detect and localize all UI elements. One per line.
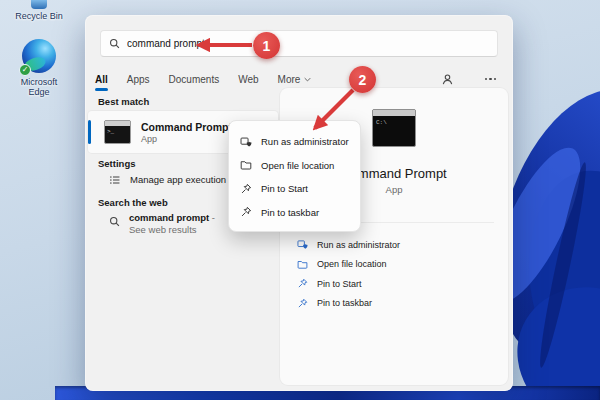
run-as-administrator-icon — [240, 136, 252, 148]
best-match-subtitle: App — [141, 134, 232, 144]
desktop-icon-recycle-bin[interactable]: Recycle Bin — [10, 0, 68, 21]
tab-documents[interactable]: Documents — [168, 70, 221, 89]
search-input[interactable] — [127, 38, 489, 49]
command-prompt-large-icon — [372, 109, 416, 147]
edge-icon: ✓ — [22, 39, 56, 73]
annotation-step-1: 1 — [253, 32, 280, 59]
best-match-header: Best match — [98, 96, 149, 107]
best-match-title: Command Prompt — [141, 121, 232, 134]
preview-action-open-file-location[interactable]: Open file location — [297, 255, 500, 275]
context-menu-pin-to-taskbar[interactable]: Pin to taskbar — [229, 201, 360, 225]
preview-action-run-as-administrator[interactable]: Run as administrator — [297, 235, 500, 255]
more-options-icon[interactable] — [483, 76, 499, 83]
app-execution-alias-icon — [109, 174, 121, 186]
account-icon[interactable] — [441, 73, 454, 86]
context-menu-pin-to-start[interactable]: Pin to Start — [229, 177, 360, 201]
web-search-query: command prompt — [129, 212, 209, 223]
settings-header: Settings — [98, 158, 135, 169]
run-as-administrator-icon — [297, 239, 308, 250]
search-box[interactable] — [100, 30, 498, 57]
tab-apps[interactable]: Apps — [126, 70, 151, 89]
tab-all[interactable]: All — [94, 70, 109, 89]
preview-action-pin-to-start[interactable]: Pin to Start — [297, 274, 500, 294]
desktop-icon-microsoft-edge[interactable]: ✓ Microsoft Edge — [10, 39, 68, 97]
context-menu-open-file-location[interactable]: Open file location — [229, 154, 360, 178]
pin-icon — [240, 206, 252, 218]
edge-check-badge-icon: ✓ — [19, 64, 31, 76]
folder-icon — [297, 259, 308, 270]
command-prompt-icon — [104, 120, 131, 144]
tab-web[interactable]: Web — [237, 70, 259, 89]
preview-actions: Run as administrator Open file location … — [297, 235, 500, 313]
recycle-bin-label: Recycle Bin — [10, 11, 68, 21]
search-panel: All Apps Documents Web More Best match C… — [85, 15, 513, 391]
context-menu: Run as administrator Open file location … — [228, 120, 361, 232]
pin-icon — [240, 183, 252, 195]
recycle-bin-icon — [31, 0, 47, 9]
annotation-step-2: 2 — [349, 66, 376, 93]
search-the-web-header: Search the web — [98, 197, 168, 208]
edge-label: Microsoft Edge — [18, 77, 60, 97]
preview-action-pin-to-taskbar[interactable]: Pin to taskbar — [297, 294, 500, 314]
chevron-down-icon — [304, 77, 311, 82]
web-search-label: command prompt - See web results — [129, 212, 229, 236]
tab-more-label: More — [278, 74, 301, 85]
web-search-result[interactable]: command prompt - See web results — [109, 212, 229, 236]
context-menu-run-as-administrator[interactable]: Run as administrator — [229, 130, 360, 154]
search-icon — [109, 38, 120, 49]
desktop: Recycle Bin ✓ Microsoft Edge All Apps Do… — [0, 0, 600, 400]
tab-more[interactable]: More — [277, 70, 313, 89]
search-icon — [109, 216, 120, 227]
folder-icon — [240, 159, 252, 171]
pin-icon — [297, 298, 308, 309]
pin-icon — [297, 278, 308, 289]
